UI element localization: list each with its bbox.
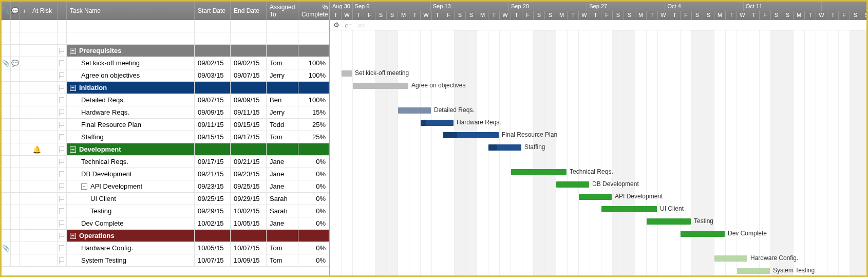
section-header[interactable]: −Operations [67,230,195,242]
start-date-cell[interactable]: 10/05/15 [195,242,231,254]
end-date-cell[interactable]: 09/17/15 [231,131,267,143]
zoom-out-icon[interactable]: ⌕− [345,21,353,29]
attachment-icon[interactable]: 📎 [2,57,11,69]
table-row[interactable]: Dev Complete10/02/1510/05/15Jane0% [2,217,329,230]
task-name-cell[interactable]: Staffing [67,131,195,143]
end-date-cell[interactable]: 09/07/15 [231,69,267,81]
start-date-cell[interactable]: 09/03/15 [195,69,231,81]
header-attachment-icon[interactable]: 📎 [2,2,11,20]
gantt-bar[interactable]: Agree on objectives [353,83,408,89]
header-assigned-to[interactable]: Assigned To [267,2,298,20]
end-date-cell[interactable]: 09/15/15 [231,119,267,131]
flag-cell[interactable] [58,82,67,94]
end-date-cell[interactable]: 09/25/15 [231,180,267,192]
header-flag[interactable] [58,2,67,20]
pct-cell[interactable]: 100% [298,69,329,81]
pct-cell[interactable]: 25% [298,131,329,143]
header-end-date[interactable]: End Date [231,2,267,20]
assigned-cell[interactable]: Sarah [267,193,298,205]
gantt-bar[interactable]: Staffing [488,144,521,151]
attachment-icon[interactable]: 📎 [2,242,11,254]
end-date-cell[interactable]: 09/02/15 [231,57,267,69]
gantt-body[interactable]: Set kick-off meetingAgree on objectivesD… [330,30,866,275]
section-header[interactable]: −Development [67,143,195,155]
assigned-cell[interactable]: Jane [267,156,298,168]
task-name-cell[interactable]: System Testing [67,254,195,266]
header-comment-icon[interactable]: 💬 [11,2,20,20]
start-date-cell[interactable]: 09/02/15 [195,57,231,69]
assigned-cell[interactable]: Tom [267,242,298,254]
task-name-cell[interactable]: DB Development [67,168,195,180]
task-name-cell[interactable]: Hardware Config. [67,242,195,254]
header-task-name[interactable]: Task Name [67,2,195,20]
comment-icon[interactable]: 💬 [11,57,20,69]
table-row[interactable]: 📎💬Set kick-off meeting09/02/1509/02/15To… [2,57,329,69]
start-date-cell[interactable]: 09/11/15 [195,119,231,131]
assigned-cell[interactable]: Sarah [267,205,298,217]
flag-cell[interactable] [58,45,67,57]
pct-cell[interactable]: 0% [298,217,329,229]
assigned-cell[interactable]: Tom [267,57,298,69]
collapse-icon[interactable]: − [70,146,76,153]
header-pct-complete[interactable]: % Complete [298,2,329,20]
end-date-cell[interactable]: 10/09/15 [231,254,267,266]
pct-cell[interactable]: 0% [298,168,329,180]
gantt-bar[interactable]: Hardware Reqs. [421,120,454,126]
collapse-icon[interactable]: − [70,85,76,91]
end-date-cell[interactable]: 10/02/15 [231,205,267,217]
end-date-cell[interactable]: 09/29/15 [231,193,267,205]
task-name-cell[interactable]: Set kick-off meeting [67,57,195,69]
task-name-cell[interactable]: Agree on objectives [67,69,195,81]
end-date-cell[interactable]: 10/05/15 [231,217,267,229]
flag-cell[interactable] [58,106,67,118]
table-row[interactable]: Final Resource Plan09/11/1509/15/15Todd2… [2,119,329,131]
table-row[interactable]: Agree on objectives09/03/1509/07/15Jerry… [2,69,329,82]
header-info-icon[interactable]: i [20,2,29,20]
table-row[interactable]: 🔔−Development [2,143,329,156]
flag-cell[interactable] [58,217,67,229]
start-date-cell[interactable]: 09/17/15 [195,156,231,168]
flag-cell[interactable] [58,242,67,254]
start-date-cell[interactable]: 09/09/15 [195,106,231,118]
flag-cell[interactable] [58,57,67,69]
pct-cell[interactable]: 0% [298,193,329,205]
start-date-cell[interactable]: 09/21/15 [195,168,231,180]
flag-cell[interactable] [58,254,67,266]
table-row[interactable]: Hardware Reqs.09/09/1509/11/15Jerry15% [2,106,329,119]
section-header[interactable]: −Initiation [67,82,195,94]
table-row[interactable]: Technical Reqs.09/17/1509/21/15Jane0% [2,156,329,168]
gear-icon[interactable]: ⚙ [333,21,339,29]
start-date-cell[interactable]: 09/15/15 [195,131,231,143]
assigned-cell[interactable]: Jane [267,180,298,192]
table-row[interactable]: −Operations [2,230,329,242]
pct-cell[interactable]: 0% [298,242,329,254]
section-header[interactable]: −Prerequisites [67,45,195,57]
table-row[interactable]: System Testing10/07/1510/09/15Tom0% [2,254,329,267]
header-start-date[interactable]: Start Date [195,2,231,20]
table-row[interactable]: UI Client09/25/1509/29/15Sarah0% [2,193,329,205]
assigned-cell[interactable]: Tom [267,131,298,143]
flag-cell[interactable] [58,205,67,217]
gantt-bar[interactable]: Final Resource Plan [443,132,499,138]
table-row[interactable] [2,20,329,32]
table-row[interactable] [2,32,329,45]
start-date-cell[interactable]: 10/02/15 [195,217,231,229]
collapse-icon[interactable]: − [81,183,87,190]
flag-cell[interactable] [58,69,67,81]
table-row[interactable]: Staffing09/15/1509/17/15Tom25% [2,131,329,143]
flag-cell[interactable] [58,180,67,192]
end-date-cell[interactable]: 09/23/15 [231,168,267,180]
pct-cell[interactable]: 0% [298,254,329,266]
pct-cell[interactable]: 0% [298,180,329,192]
gantt-bar[interactable]: UI Client [601,206,657,212]
flag-cell[interactable] [58,143,67,155]
start-date-cell[interactable]: 10/07/15 [195,254,231,266]
gantt-bar[interactable]: Technical Reqs. [511,169,567,175]
flag-cell[interactable] [58,119,67,131]
gantt-bar[interactable]: Dev Complete [681,231,725,237]
pct-cell[interactable]: 100% [298,94,329,106]
collapse-icon[interactable]: − [70,233,76,239]
collapse-icon[interactable]: − [70,48,76,54]
flag-cell[interactable] [58,168,67,180]
gantt-bar[interactable]: Detailed Reqs. [398,107,431,114]
